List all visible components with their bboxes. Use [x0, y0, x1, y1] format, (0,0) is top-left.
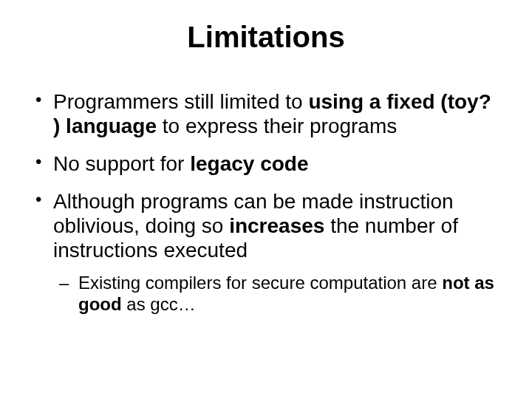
text: to express their programs: [157, 115, 397, 137]
bullet-item-1: Programmers still limited to using a fix…: [30, 89, 502, 138]
text: Programmers still limited to: [53, 90, 308, 113]
bold-text: legacy code: [190, 152, 308, 175]
bullet-item-3: Although programs can be made instructio…: [30, 189, 502, 315]
slide: Limitations Programmers still limited to…: [0, 0, 532, 399]
text: Existing compilers for secure computatio…: [78, 273, 442, 293]
slide-title: Limitations: [30, 21, 502, 54]
sub-bullet-list: Existing compilers for secure computatio…: [53, 273, 502, 315]
text: No support for: [53, 152, 190, 175]
bold-text: increases: [229, 214, 324, 237]
sub-bullet-item-1: Existing compilers for secure computatio…: [53, 273, 502, 315]
bullet-item-2: No support for legacy code: [30, 151, 502, 176]
text: as gcc…: [122, 294, 196, 314]
bullet-list: Programmers still limited to using a fix…: [30, 89, 502, 315]
